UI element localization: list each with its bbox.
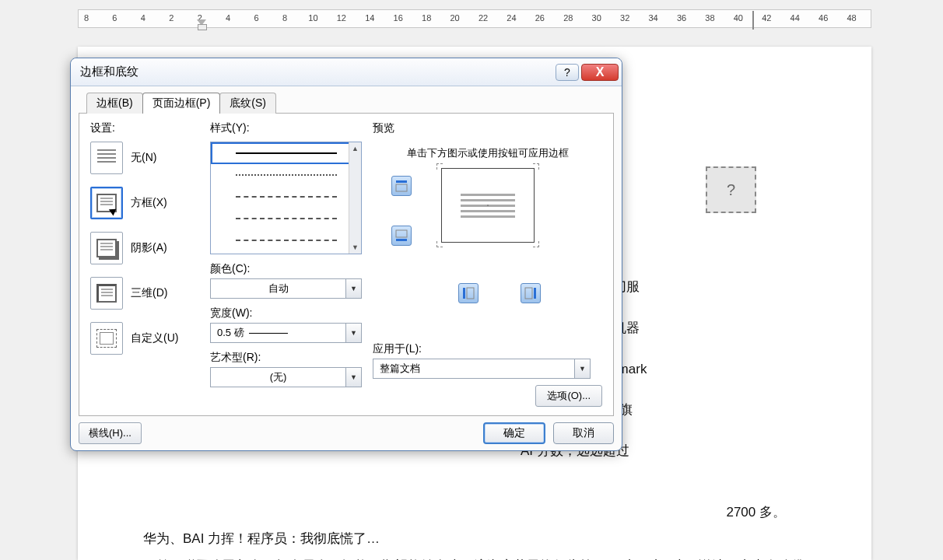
art-combo[interactable]: (无) ▼: [210, 367, 362, 387]
svg-rect-1: [396, 184, 407, 191]
setting-shadow-label: 阴影(A): [131, 241, 167, 255]
ruler-tick: 12: [336, 13, 347, 23]
style-solid[interactable]: [211, 142, 361, 164]
corner-tl: [436, 163, 443, 170]
edge-top-button[interactable]: [391, 176, 412, 196]
chevron-down-icon[interactable]: ▼: [345, 324, 361, 342]
ruler-tick: 44: [790, 13, 801, 23]
ruler-tick: 8: [81, 13, 92, 23]
border-left-icon: [462, 287, 475, 299]
svg-rect-6: [534, 288, 536, 299]
style-listbox[interactable]: ▲ ▼: [210, 142, 362, 254]
edge-left-button[interactable]: [458, 283, 479, 303]
ruler-tick: 26: [535, 13, 545, 23]
close-button[interactable]: X: [581, 64, 619, 81]
setting-shadow[interactable]: 阴影(A): [90, 232, 199, 264]
ruler-tick: 18: [421, 13, 432, 23]
preview-page-thumbnail[interactable]: [441, 168, 535, 243]
width-label: 宽度(W):: [210, 306, 362, 320]
setting-box-label: 方框(X): [131, 196, 167, 210]
style-dashed-small[interactable]: [211, 186, 361, 208]
svg-rect-5: [467, 288, 474, 299]
tab-border[interactable]: 边框(B): [86, 93, 143, 114]
cancel-button[interactable]: 取消: [553, 422, 614, 444]
custom-icon: [96, 329, 117, 348]
ruler-tick: 30: [591, 13, 602, 23]
tab-shading[interactable]: 底纹(S): [219, 93, 276, 114]
preview-label: 预览: [373, 121, 602, 135]
right-margin-marker[interactable]: [752, 11, 754, 30]
border-top-icon: [395, 180, 408, 192]
setting-none-label: 无(N): [131, 151, 156, 165]
setting-3d[interactable]: 三维(D): [90, 277, 199, 310]
shadow-icon: [96, 239, 117, 257]
dialog-title: 边框和底纹: [80, 65, 553, 79]
chevron-down-icon[interactable]: ▼: [345, 368, 361, 387]
placeholder-stamp: ?: [706, 166, 756, 213]
ruler-tick: 4: [223, 13, 233, 23]
width-sample-line: [249, 333, 288, 334]
style-dotted[interactable]: [211, 164, 361, 186]
ruler-tick: 20: [450, 13, 461, 23]
setting-none[interactable]: 无(N): [90, 142, 199, 174]
doc-fragment-2: 2700 多。: [117, 502, 786, 523]
art-label: 艺术型(R):: [210, 351, 362, 365]
svg-rect-4: [463, 288, 465, 299]
setting-3d-label: 三维(D): [131, 286, 167, 300]
style-scrollbar[interactable]: ▲ ▼: [349, 142, 361, 254]
ruler-tick: 10: [307, 13, 318, 23]
setting-custom[interactable]: 自定义(U): [90, 322, 199, 355]
close-icon: X: [596, 65, 605, 79]
ruler-tick: 38: [704, 13, 715, 23]
setting-box[interactable]: 方框(X): [90, 187, 199, 219]
ruler-tick: 28: [563, 13, 573, 23]
ruler-tick: 4: [138, 13, 149, 23]
ruler-tick: 32: [619, 13, 630, 23]
width-combo[interactable]: 0.5 磅 ▼: [210, 323, 362, 343]
ruler-tick: 40: [733, 13, 744, 23]
indent-marker[interactable]: [197, 19, 206, 27]
tab-page-border[interactable]: 页面边框(P): [142, 93, 221, 114]
horizontal-line-button[interactable]: 横线(H)...: [79, 422, 142, 444]
color-value: 自动: [211, 282, 345, 296]
ok-button[interactable]: 确定: [483, 422, 545, 444]
ruler-tick: 36: [676, 13, 687, 23]
style-label: 样式(Y):: [210, 121, 362, 135]
dialog-titlebar[interactable]: 边框和底纹 ? X: [71, 58, 622, 86]
color-label: 颜色(C):: [210, 262, 362, 276]
apply-to-label: 应用于(L):: [373, 342, 602, 356]
color-combo[interactable]: 自动 ▼: [210, 278, 362, 299]
svg-rect-2: [396, 239, 407, 241]
scroll-up-icon[interactable]: ▲: [352, 142, 359, 155]
edge-right-button[interactable]: [521, 283, 541, 303]
style-dashdot[interactable]: [211, 229, 361, 251]
chevron-down-icon[interactable]: ▼: [574, 359, 590, 378]
options-button[interactable]: 选项(O)...: [535, 385, 602, 407]
ruler-tick: 8: [279, 13, 290, 23]
chevron-down-icon[interactable]: ▼: [345, 279, 361, 298]
svg-rect-7: [525, 288, 532, 299]
art-value: (无): [211, 370, 345, 384]
borders-shading-dialog: 边框和底纹 ? X 边框(B) 页面边框(P) 底纹(S) 设置: 无(N) 方…: [70, 58, 622, 451]
corner-bl: [436, 241, 443, 247]
edge-bottom-button[interactable]: [391, 226, 412, 246]
corner-tr: [533, 163, 539, 170]
doc-midline: 华为、BAI 力挥！程序员：我彻底慌了…: [117, 529, 833, 549]
preview-area[interactable]: [373, 168, 602, 316]
apply-to-combo[interactable]: 整篇文档 ▼: [373, 359, 591, 379]
help-icon: ?: [564, 66, 570, 79]
border-right-icon: [524, 287, 537, 299]
ruler-tick: 42: [761, 13, 772, 23]
stamp-char: ?: [727, 178, 735, 202]
help-button[interactable]: ?: [556, 64, 579, 81]
style-dashed-large[interactable]: [211, 208, 361, 229]
ruler-tick: 48: [847, 13, 857, 23]
ruler-tick: 24: [506, 13, 517, 23]
ruler-tick: 2: [166, 13, 177, 23]
ruler-tick: 6: [251, 13, 262, 23]
ruler-tick: 6: [109, 13, 120, 23]
setting-label: 设置:: [90, 121, 199, 135]
ruler-tick: 16: [393, 13, 404, 23]
scroll-down-icon[interactable]: ▼: [352, 241, 359, 254]
none-icon: [97, 149, 116, 166]
